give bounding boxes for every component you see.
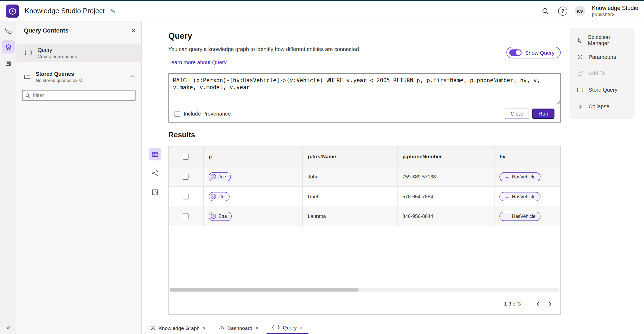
- selection-pointer-icon: [577, 37, 583, 44]
- stored-queries-sublabel: No stored queries exist: [36, 78, 125, 82]
- include-provenance-checkbox[interactable]: [175, 111, 180, 117]
- edge-pill[interactable]: → HasVehicle: [500, 192, 540, 201]
- bottom-tab-bar: Knowledge Graph × Dashboard × { } Query …: [142, 322, 644, 334]
- query-contents-panel: Query Contents × { } Query Create new qu…: [16, 21, 142, 334]
- table-row: Uri Uriel 578-654-7854 → HasVehicle: [169, 187, 560, 206]
- filter-input[interactable]: [33, 92, 133, 98]
- cell-phonenumber: 578-654-7854: [397, 187, 495, 206]
- query-item-label: Query: [38, 47, 77, 53]
- query-actions-menu: Selection Manager Parameters Add To { } …: [571, 29, 634, 118]
- tab-dashboard[interactable]: Dashboard ×: [214, 322, 264, 334]
- braces-icon: { }: [272, 325, 280, 330]
- user-info: Knowledge Studio publisher2: [592, 5, 638, 17]
- graph-view-button[interactable]: [149, 167, 161, 179]
- close-tab-icon[interactable]: ×: [203, 325, 206, 331]
- tab-knowledge-graph[interactable]: Knowledge Graph ×: [145, 322, 211, 334]
- menu-item-store-query[interactable]: { } Store Query: [571, 81, 634, 98]
- add-to-icon: [577, 70, 584, 76]
- select-all-checkbox[interactable]: [183, 154, 188, 159]
- menu-item-collapse[interactable]: » Collapse: [571, 98, 634, 114]
- clear-button[interactable]: Clear: [505, 109, 529, 119]
- query-controls: Include Provenance Clear Run: [169, 105, 560, 122]
- query-input[interactable]: MATCH (p:Person)-[hv:HasVehicle]->(v:Veh…: [169, 74, 560, 105]
- tab-query[interactable]: { } Query ×: [266, 322, 308, 334]
- toggle-track: [510, 49, 522, 56]
- menu-item-label: Collapse: [588, 103, 609, 109]
- results-table: p p.firstName p.phoneNumber hv Joe John …: [169, 146, 561, 315]
- learn-more-link[interactable]: Learn more about Query: [169, 59, 227, 65]
- header-actions: ? KS Knowledge Studio publisher2: [540, 5, 638, 17]
- avatar[interactable]: KS: [575, 6, 586, 16]
- table-view-button[interactable]: [149, 148, 161, 160]
- node-label: Uri: [218, 194, 225, 199]
- node-label: Joe: [218, 174, 226, 179]
- tab-label: Knowledge Graph: [159, 325, 200, 331]
- help-icon: ?: [558, 6, 567, 16]
- edit-project-icon[interactable]: ✎: [110, 8, 115, 15]
- left-toolbar: »: [0, 21, 16, 334]
- results-title: Results: [169, 131, 195, 139]
- next-page-button[interactable]: [544, 298, 556, 310]
- stored-queries-header[interactable]: Stored Queries No stored queries exist: [16, 67, 141, 86]
- app-logo: [6, 5, 19, 18]
- edge-pill[interactable]: → HasVehicle: [500, 212, 540, 221]
- rail-item-layers[interactable]: [2, 40, 15, 53]
- help-button[interactable]: ?: [557, 6, 568, 16]
- braces-icon: { }: [577, 87, 584, 92]
- rail-item-model[interactable]: [2, 24, 15, 37]
- menu-item-add-to: Add To: [571, 65, 634, 81]
- table-header-row: p p.firstName p.phoneNumber hv: [169, 146, 560, 167]
- save-icon: [5, 60, 11, 66]
- close-panel-button[interactable]: ×: [131, 27, 136, 34]
- panel-header: Query Contents ×: [16, 21, 141, 39]
- edge-label: HasVehicle: [512, 214, 536, 218]
- sidebar-item-query[interactable]: { } Query Create new queries: [16, 44, 141, 62]
- run-button[interactable]: Run: [532, 109, 554, 119]
- menu-item-label: Store Query: [588, 87, 617, 93]
- panel-title: Query Contents: [24, 27, 68, 34]
- user-role: publisher2: [592, 12, 638, 17]
- chevron-left-icon: [535, 301, 541, 307]
- menu-item-label: Add To: [588, 70, 605, 76]
- horizontal-scrollbar[interactable]: [170, 288, 559, 292]
- query-editor: MATCH (p:Person)-[hv:HasVehicle]->(v:Veh…: [169, 73, 561, 123]
- query-item-sublabel: Create new queries: [38, 54, 77, 59]
- model-tree-icon: [5, 27, 12, 34]
- close-tab-icon[interactable]: ×: [300, 325, 303, 330]
- edge-pill[interactable]: → HasVehicle: [500, 172, 540, 181]
- chart-view-button[interactable]: [149, 186, 161, 198]
- node-icon: [211, 174, 216, 179]
- table-footer: 1-3 of 3: [169, 294, 560, 314]
- node-pill[interactable]: Etta: [208, 212, 232, 221]
- toggle-knob: [516, 50, 521, 55]
- chevron-up-icon[interactable]: [129, 73, 136, 80]
- arrow-right-icon: →: [504, 174, 509, 179]
- menu-item-label: Selection Manager: [588, 34, 628, 46]
- menu-item-label: Parameters: [588, 54, 616, 60]
- row-checkbox[interactable]: [183, 213, 188, 219]
- prev-page-button[interactable]: [532, 298, 544, 310]
- tab-label: Dashboard: [227, 325, 253, 331]
- menu-item-selection-manager[interactable]: Selection Manager: [571, 32, 634, 48]
- folder-icon: [24, 73, 31, 80]
- row-checkbox[interactable]: [183, 174, 188, 179]
- chevron-right-icon: [547, 301, 553, 307]
- expand-panel-button[interactable]: »: [0, 324, 16, 331]
- node-pill[interactable]: Joe: [208, 172, 231, 181]
- close-tab-icon[interactable]: ×: [255, 325, 259, 331]
- row-checkbox[interactable]: [183, 193, 188, 199]
- node-icon: [211, 213, 216, 219]
- app-header: Knowledge Studio Project ✎ ? KS Knowledg…: [0, 1, 644, 21]
- cell-phonenumber: 846-956-8644: [397, 206, 495, 226]
- project-title: Knowledge Studio Project: [25, 7, 105, 15]
- show-query-toggle[interactable]: Show Query: [507, 47, 561, 58]
- menu-item-parameters[interactable]: Parameters: [571, 49, 634, 65]
- scrollbar-thumb[interactable]: [170, 288, 358, 292]
- node-pill[interactable]: Uri: [208, 192, 229, 201]
- search-button[interactable]: [540, 6, 551, 16]
- query-page: Query You can query a knowledge graph to…: [169, 21, 561, 322]
- rail-item-save[interactable]: [2, 57, 15, 70]
- node-icon: [211, 194, 216, 199]
- main-area: Query You can query a knowledge graph to…: [142, 21, 644, 334]
- scatter-chart-icon: [151, 189, 158, 196]
